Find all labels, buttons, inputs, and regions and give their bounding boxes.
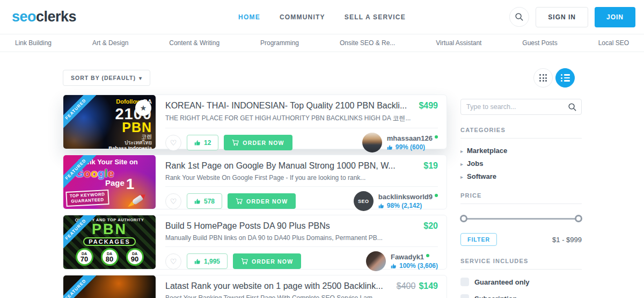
featured-ribbon: FEATURED xyxy=(63,155,103,195)
rocket-icon xyxy=(128,192,148,208)
logo-seo: seo xyxy=(12,9,36,25)
listing-title[interactable]: KOREAN- THAI- INDONESIAN- Top Quality 21… xyxy=(165,101,407,111)
seller-info[interactable]: Fawadyk1 100% (3,606) xyxy=(366,251,438,271)
category-link-building[interactable]: Link Building xyxy=(15,39,52,47)
favorite-button[interactable]: ♡ xyxy=(165,253,181,270)
divider xyxy=(165,186,438,187)
caret-right-icon xyxy=(460,171,463,181)
listing-title[interactable]: Latast Rank your website on 1 page with … xyxy=(165,281,383,291)
sidebar-item-jobs[interactable]: Jobs xyxy=(460,157,582,170)
like-count: 12 xyxy=(204,139,211,147)
service-includes-heading: SERVICE INCLUDES xyxy=(460,258,582,264)
category-programming[interactable]: Programming xyxy=(260,39,299,47)
listing-card[interactable]: FEATURED Dofollow DA 2100 PBN 코렌 ประเทศไ… xyxy=(63,95,447,149)
grid-icon xyxy=(539,74,547,82)
listing-body: KOREAN- THAI- INDONESIAN- Top Quality 21… xyxy=(156,95,447,149)
top-header: seoclerks HOME COMMUNITY SELL A SERVICE … xyxy=(0,0,644,34)
category-content-writing[interactable]: Content & Writing xyxy=(169,39,219,47)
search-icon[interactable] xyxy=(568,103,577,112)
divider xyxy=(460,269,582,270)
category-onsite-seo[interactable]: Onsite SEO & Re... xyxy=(340,39,395,47)
subscription-option[interactable]: Subscription xyxy=(460,294,582,298)
divider xyxy=(165,246,438,247)
seller-avatar[interactable] xyxy=(362,133,382,152)
listing-card[interactable]: FEATURED QUALITY AND TOP AUTHORITY PBN P… xyxy=(63,215,447,270)
order-now-button[interactable]: ORDER NOW xyxy=(224,135,292,150)
join-button[interactable]: JOIN xyxy=(595,7,635,27)
grid-view-button[interactable] xyxy=(533,68,553,88)
like-button[interactable]: 1,995 xyxy=(187,253,228,269)
category-local-seo[interactable]: Local SEO xyxy=(598,39,629,47)
seller-info[interactable]: mhassaan126 99% (600) xyxy=(362,133,438,152)
like-button[interactable]: 12 xyxy=(187,135,218,150)
divider xyxy=(460,203,582,204)
sort-by-label: SORT BY (DEFAULT) xyxy=(71,75,136,81)
listing-card[interactable]: FEATURED Rank Your Site on Google Page1 … xyxy=(63,155,447,209)
service-listings: FEATURED Dofollow DA 2100 PBN 코렌 ประเทศไ… xyxy=(63,95,447,298)
main-nav: HOME COMMUNITY SELL A SERVICE xyxy=(238,13,406,21)
listing-thumbnail[interactable]: FEATURED QUALITY AND TOP AUTHORITY PBN P… xyxy=(63,215,156,269)
order-now-button[interactable]: ORDER NOW xyxy=(233,253,301,269)
like-button[interactable]: 578 xyxy=(187,193,222,209)
listings-toolbar: SORT BY (DEFAULT) xyxy=(63,68,575,88)
order-now-button[interactable]: ORDER NOW xyxy=(228,193,296,209)
seller-name[interactable]: mhassaan126 xyxy=(387,134,433,142)
nav-home[interactable]: HOME xyxy=(238,13,260,21)
slider-handle-max[interactable] xyxy=(575,215,582,222)
seller-avatar[interactable] xyxy=(366,251,386,271)
seller-name[interactable]: Fawadyk1 xyxy=(391,253,424,261)
featured-ribbon: FEATURED xyxy=(63,275,103,298)
seller-rating: 99% (600) xyxy=(396,143,425,151)
category-art-design[interactable]: Art & Design xyxy=(92,39,128,47)
sort-by-dropdown[interactable]: SORT BY (DEFAULT) xyxy=(63,70,150,86)
guaranteed-only-option[interactable]: Guaranteed only xyxy=(460,278,582,286)
listing-thumbnail[interactable]: FEATURED Rank Your Site on Google Page1 … xyxy=(63,155,156,209)
checkbox[interactable] xyxy=(460,278,469,286)
favorite-button[interactable]: ♡ xyxy=(165,135,181,151)
search-button[interactable] xyxy=(509,7,529,27)
nav-sell-a-service[interactable]: SELL A SERVICE xyxy=(345,13,406,21)
divider xyxy=(460,138,582,139)
list-icon xyxy=(561,73,570,83)
thumbs-up-icon xyxy=(194,198,201,205)
favorite-button[interactable]: ♡ xyxy=(165,193,181,209)
listing-price: $149 xyxy=(419,281,438,290)
seller-name[interactable]: backlinksworld9 xyxy=(378,193,433,201)
caret-right-icon xyxy=(460,158,463,168)
star-badge[interactable]: ★ xyxy=(135,100,151,116)
slider-track xyxy=(463,218,580,220)
listing-body: Rank 1st Page on Google By Manual Strong… xyxy=(156,155,447,209)
search-input[interactable] xyxy=(460,99,582,115)
listing-thumbnail[interactable]: FEATURED Dofollow DA 2100 PBN 코렌 ประเทศไ… xyxy=(63,95,156,149)
featured-ribbon: FEATURED xyxy=(63,95,103,135)
seller-avatar[interactable]: SEO xyxy=(354,191,374,211)
category-virtual-assistant[interactable]: Virtual Assistant xyxy=(436,39,481,47)
checkbox[interactable] xyxy=(460,294,469,298)
listing-title[interactable]: Rank 1st Page on Google By Manual Strong… xyxy=(165,161,396,171)
category-guest-posts[interactable]: Guest Posts xyxy=(522,39,557,47)
slider-handle-min[interactable] xyxy=(460,215,467,222)
listing-title[interactable]: Build 5 HomePage Posts DA 90 Plus PBNs xyxy=(165,221,330,231)
sign-in-button[interactable]: SIGN IN xyxy=(536,7,588,27)
listing-price: $499 xyxy=(419,101,438,111)
price-range-text: $1 - $999 xyxy=(552,236,582,244)
seoclerks-logo[interactable]: seoclerks xyxy=(12,9,76,25)
sidebar-item-marketplace[interactable]: Marketplace xyxy=(460,144,582,157)
price-range-slider[interactable] xyxy=(460,215,582,222)
listing-thumbnail[interactable]: FEATURED HOW TO GET xyxy=(63,275,156,298)
header-actions: SIGN IN JOIN xyxy=(509,7,635,27)
online-dot xyxy=(435,194,438,197)
nav-community[interactable]: COMMUNITY xyxy=(280,13,325,21)
cart-icon xyxy=(236,198,243,205)
list-view-button[interactable] xyxy=(555,68,575,88)
listing-description: Rank Your Website On Google First Page -… xyxy=(165,174,438,181)
thumbs-up-icon xyxy=(391,263,397,269)
filter-button[interactable]: FILTER xyxy=(460,233,497,246)
sidebar-item-software[interactable]: Software xyxy=(460,170,582,183)
online-dot xyxy=(426,254,429,257)
listing-description: THE RIGHT PLACE FOR GET HIGH AUTHORITY P… xyxy=(165,114,438,123)
seller-info[interactable]: SEO backlinksworld9 98% (2,142) xyxy=(354,191,438,211)
da-badge: DA80 xyxy=(101,248,119,266)
thumbs-up-icon xyxy=(378,203,384,209)
listing-card[interactable]: FEATURED HOW TO GET Latast Rank your web… xyxy=(63,275,447,298)
